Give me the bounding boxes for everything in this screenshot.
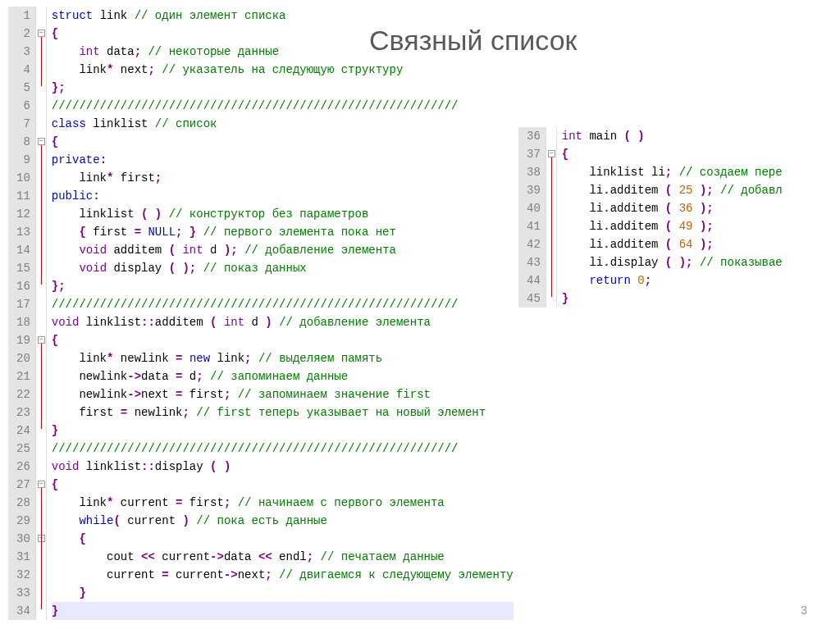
code-line[interactable]: private: — [52, 151, 514, 169]
code-line[interactable]: }; — [52, 277, 514, 295]
code-line[interactable]: newlink->data = d; // запоминаем данные — [52, 367, 514, 385]
code-line[interactable]: struct link // один элемент списка — [52, 7, 514, 25]
fold-toggle-icon[interactable]: − — [38, 481, 45, 488]
code-line[interactable]: { — [52, 476, 514, 494]
line-gutter: 1234567891011121314151617181920212223242… — [8, 7, 35, 620]
fold-toggle-icon[interactable]: − — [38, 30, 45, 37]
code-line[interactable]: current = current->next; // двигаемся к … — [52, 566, 514, 584]
code-line[interactable]: li.additem ( 49 ); — [562, 217, 783, 235]
code-line[interactable]: linklist ( ) // конструктор без параметр… — [52, 205, 514, 223]
fold-column: − — [546, 127, 557, 308]
code-line[interactable]: ////////////////////////////////////////… — [52, 97, 514, 115]
code-line[interactable]: link* newlink = new link; // выделяем па… — [52, 349, 514, 367]
code-line[interactable]: { — [562, 145, 783, 163]
code-editor-right: 36373839404142434445 − int main ( ){ lin… — [518, 127, 838, 308]
code-line[interactable]: while( current ) // пока есть данные — [52, 512, 514, 530]
code-line[interactable]: return 0; — [562, 271, 783, 289]
code-line[interactable]: li.additem ( 64 ); — [562, 235, 783, 253]
fold-toggle-icon[interactable]: − — [548, 150, 555, 157]
code-line[interactable]: void linklist::additem ( int d ) // доба… — [52, 313, 514, 331]
code-line[interactable]: li.display ( ); // показывае — [562, 253, 783, 271]
code-line[interactable]: link* first; — [52, 169, 514, 187]
code-line[interactable]: void linklist::display ( ) — [52, 458, 514, 476]
code-area[interactable]: struct link // один элемент списка{ int … — [47, 7, 514, 620]
page-title: Связный список — [369, 25, 577, 57]
code-line[interactable]: } — [52, 584, 514, 602]
code-area[interactable]: int main ( ){ linklist li; // создаем пе… — [557, 127, 783, 308]
code-line[interactable]: { — [52, 530, 514, 548]
code-line[interactable]: int main ( ) — [562, 127, 783, 145]
code-line[interactable]: li.additem ( 36 ); — [562, 199, 783, 217]
code-line[interactable]: cout << current->data << endl; // печата… — [52, 548, 514, 566]
code-editor-left: 1234567891011121314151617181920212223242… — [8, 7, 517, 620]
page-number: 3 — [801, 604, 807, 617]
code-line[interactable]: { first = NULL; } // первого элемента по… — [52, 223, 514, 241]
code-line[interactable]: } — [52, 602, 514, 620]
code-line[interactable]: link* next; // указатель на следующую ст… — [52, 61, 514, 79]
code-line[interactable]: class linklist // список — [52, 115, 514, 133]
code-line[interactable]: } — [52, 422, 514, 440]
code-line[interactable]: linklist li; // создаем пере — [562, 163, 783, 181]
code-line[interactable]: li.additem ( 25 ); // добавл — [562, 181, 783, 199]
code-line[interactable]: first = newlink; // first теперь указыва… — [52, 403, 514, 422]
code-line[interactable]: public: — [52, 187, 514, 205]
code-line[interactable]: ////////////////////////////////////////… — [52, 295, 514, 313]
fold-column: −−−−− — [35, 7, 47, 620]
code-line[interactable]: newlink->next = first; // запоминаем зна… — [52, 385, 514, 403]
line-gutter: 36373839404142434445 — [518, 127, 546, 308]
code-line[interactable]: link* current = first; // начинаем с пер… — [52, 494, 514, 512]
code-line[interactable]: { — [52, 133, 514, 151]
fold-toggle-icon[interactable]: − — [38, 138, 45, 145]
code-line[interactable]: ////////////////////////////////////////… — [52, 440, 514, 458]
code-line[interactable]: { — [52, 331, 514, 349]
fold-toggle-icon[interactable]: − — [38, 336, 45, 344]
code-line[interactable]: void additem ( int d ); // добавление эл… — [52, 241, 514, 259]
code-line[interactable]: void display ( ); // показ данных — [52, 259, 514, 277]
code-line[interactable]: }; — [52, 79, 514, 97]
code-line[interactable]: } — [562, 289, 783, 308]
